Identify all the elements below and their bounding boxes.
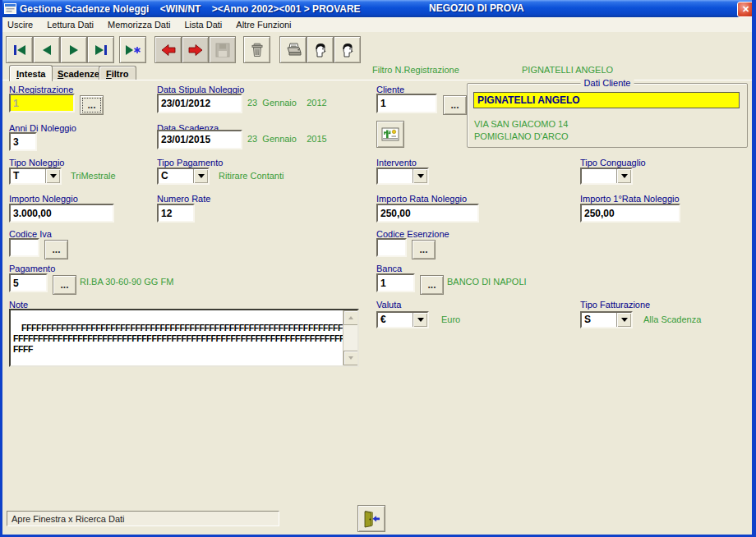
delete-button[interactable]	[243, 36, 270, 63]
tipo-pagamento-combo[interactable]: C	[157, 168, 210, 185]
window-title: Gestione Scadenze Noleggi <WIN/NT ><Anno…	[20, 3, 361, 15]
banca-browse-button[interactable]: ...	[420, 275, 444, 295]
tipo-conguaglio-combo[interactable]	[580, 168, 633, 185]
cliente-browse-button[interactable]: ...	[443, 95, 467, 115]
menu-lista-dati[interactable]: Lista Dati	[184, 20, 222, 30]
scroll-down-button[interactable]	[343, 351, 358, 365]
cliente-citta: POMIGLIANO D'ARCO	[474, 131, 569, 141]
importo-prima-rata-input[interactable]: 250,00	[580, 204, 680, 223]
person-face-icon	[313, 42, 328, 58]
pagamento-browse-button[interactable]: ...	[53, 275, 76, 295]
n-registrazione-input[interactable]: 1	[9, 94, 75, 112]
tipo-pagamento-desc: Ritirare Contanti	[219, 171, 284, 181]
chevron-down-icon[interactable]	[193, 169, 208, 183]
data-scadenza-pretty: 23 Gennaio 2015	[247, 134, 327, 144]
exit-door-icon	[362, 510, 381, 528]
print-button[interactable]	[279, 36, 307, 63]
numero-rate-label: Numero Rate	[157, 194, 210, 204]
importo-rata-input[interactable]: 250,00	[376, 204, 479, 223]
intervento-label: Intervento	[376, 158, 417, 168]
person-face-icon	[340, 42, 355, 58]
save-floppy-icon	[215, 43, 230, 57]
data-scadenza-input[interactable]: 23/01/2015	[157, 130, 242, 149]
importo-prima-rata-label: Importo 1°Rata Noleggio	[580, 194, 680, 204]
numero-rate-input[interactable]: 12	[157, 204, 195, 223]
arrow-up-icon	[348, 316, 353, 319]
scroll-up-button[interactable]	[343, 310, 358, 325]
tipo-pagamento-label: Tipo Pagamento	[157, 158, 223, 168]
cliente-input[interactable]: 1	[376, 94, 437, 113]
picture-cactus-icon	[381, 127, 399, 142]
menu-lettura-dati[interactable]: Lettura Dati	[47, 20, 94, 30]
codice-iva-input[interactable]	[9, 238, 39, 257]
trash-icon	[250, 43, 265, 57]
tipo-conguaglio-label: Tipo Conguaglio	[580, 158, 646, 168]
valuta-combo[interactable]: €	[376, 311, 429, 328]
codice-esenzione-input[interactable]	[376, 238, 407, 257]
new-record-button[interactable]	[119, 36, 146, 63]
first-record-icon	[12, 44, 27, 56]
menu-bar: Uscire Lettura Dati Memorizza Dati Lista…	[2, 17, 756, 32]
data-stipula-input[interactable]: 23/01/2012	[157, 94, 242, 113]
previous-record-icon	[40, 44, 53, 56]
first-record-button[interactable]	[6, 36, 33, 63]
cliente-detail-button[interactable]	[376, 121, 404, 148]
banca-desc: BANCO DI NAPOLI	[447, 277, 527, 287]
tipo-fatturazione-combo[interactable]: S	[580, 311, 633, 328]
importo-noleggio-input[interactable]: 3.000,00	[9, 204, 114, 223]
menu-uscire[interactable]: Uscire	[7, 20, 33, 30]
filtro-nregistrazione-label: Filtro N.Registrazione	[372, 65, 459, 75]
filtro-nregistrazione-value: PIGNATELLI ANGELO	[522, 65, 613, 75]
exit-button[interactable]	[357, 505, 385, 532]
save-button[interactable]	[209, 36, 236, 63]
next-record-button[interactable]	[60, 36, 87, 63]
pagamento-input[interactable]: 5	[9, 273, 48, 292]
menu-memorizza-dati[interactable]: Memorizza Dati	[108, 20, 170, 30]
tab-intesta[interactable]: Intesta	[9, 65, 53, 81]
tipo-noleggio-label: Tipo Noleggio	[9, 158, 64, 168]
close-icon: ✕	[742, 5, 749, 14]
banca-input[interactable]: 1	[376, 273, 415, 292]
form-icon	[4, 3, 16, 14]
customer-prev-button[interactable]	[307, 36, 334, 63]
pagamento-desc: RI.BA 30-60-90 GG FM	[80, 277, 173, 287]
anni-di-noleggio-input[interactable]: 3	[9, 132, 37, 151]
tipo-noleggio-desc: TriMestrale	[71, 171, 116, 181]
arrow-down-icon	[348, 356, 353, 360]
valuta-desc: Euro	[441, 314, 460, 324]
valuta-label: Valuta	[376, 300, 401, 310]
note-textarea[interactable]: FFFFFFFFFFFFFFFFFFFFFFFFFFFFFFFFFFFFFFFF…	[9, 309, 359, 367]
back-button[interactable]	[154, 36, 182, 63]
customer-next-button[interactable]	[334, 36, 361, 63]
codice-esenzione-browse-button[interactable]: ...	[412, 240, 436, 259]
new-record-icon	[124, 44, 142, 56]
cliente-nome-field: PIGNATELLI ANGELO	[473, 92, 740, 108]
chevron-down-icon[interactable]	[413, 169, 427, 183]
chevron-down-icon[interactable]	[413, 313, 427, 327]
pagamento-label: Pagamento	[9, 264, 55, 273]
toolbar	[2, 32, 752, 65]
last-record-button[interactable]	[87, 36, 114, 63]
chevron-down-icon[interactable]	[616, 313, 631, 327]
menu-altre-funzioni[interactable]: Altre Funzioni	[236, 20, 291, 30]
printer-icon	[285, 43, 302, 57]
tipo-fatturazione-label: Tipo Fatturazione	[580, 300, 650, 310]
forward-button[interactable]	[182, 36, 209, 63]
last-record-icon	[94, 44, 108, 56]
intervento-combo[interactable]	[376, 168, 429, 185]
tab-filtro[interactable]: Filtro	[99, 66, 136, 80]
codice-iva-browse-button[interactable]: ...	[44, 240, 68, 259]
chevron-down-icon[interactable]	[45, 169, 60, 183]
previous-record-button[interactable]	[33, 36, 60, 63]
n-registrazione-browse-button[interactable]: ...	[80, 95, 104, 115]
tipo-noleggio-combo[interactable]: T	[9, 168, 62, 185]
status-hint: Apre Finestra x Ricerca Dati	[7, 511, 279, 526]
application-window: Gestione Scadenze Noleggi <WIN/NT ><Anno…	[0, 0, 756, 537]
tipo-fatturazione-desc: Alla Scadenza	[643, 314, 701, 324]
importo-noleggio-label: Importo Noleggio	[9, 194, 78, 204]
importo-rata-label: Importo Rata Noleggio	[376, 194, 467, 204]
chevron-down-icon[interactable]	[616, 169, 631, 183]
note-scrollbar[interactable]	[343, 310, 357, 365]
close-button[interactable]: ✕	[737, 2, 754, 17]
forward-red-arrow-icon	[187, 44, 204, 57]
